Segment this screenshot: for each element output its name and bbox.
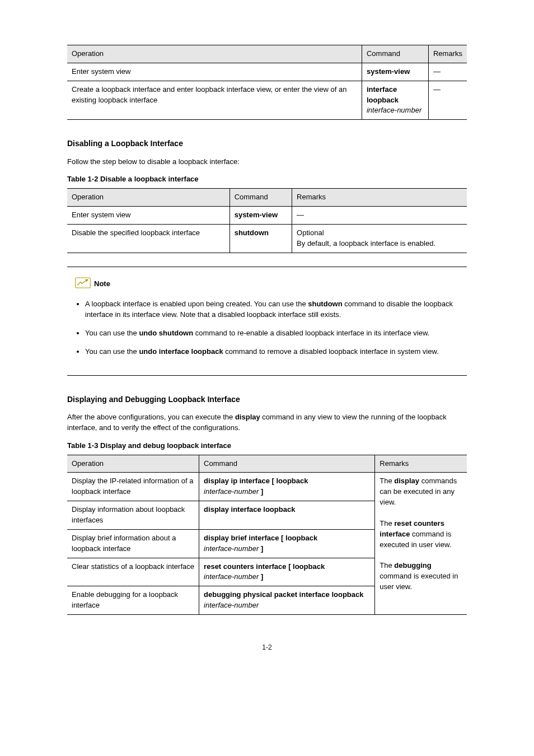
note-list: A loopback interface is enabled upon bei… xyxy=(75,299,467,357)
note-callout: Note A loopback interface is enabled upo… xyxy=(67,267,467,376)
col-remarks: Remarks xyxy=(292,189,467,207)
op-cell: Enable debugging for a loopback interfac… xyxy=(67,586,199,615)
table-row: Enter system view system-view — xyxy=(67,63,467,81)
table-caption: Table 1-2 Disable a loopback interface xyxy=(67,174,467,185)
col-operation: Operation xyxy=(67,45,362,63)
cmd-cell: reset counters interface [ loopback inte… xyxy=(199,558,375,586)
table-row: Display the IP-related information of a … xyxy=(67,473,467,501)
page-number: 1-2 xyxy=(67,643,467,652)
op-cell: Display brief information about a loopba… xyxy=(67,529,199,558)
cmd-cell: system-view xyxy=(362,63,428,81)
table-display-loopback: Operation Command Remarks Display the IP… xyxy=(67,455,467,615)
op-cell: Create a loopback interface and enter lo… xyxy=(67,81,362,120)
list-item: You can use the undo shutdown command to… xyxy=(85,328,467,339)
col-remarks: Remarks xyxy=(375,455,467,473)
col-operation: Operation xyxy=(67,189,229,207)
col-operation: Operation xyxy=(67,455,199,473)
cmd-cell: interface loopback interface-number xyxy=(362,81,428,120)
cmd-cell: display interface loopback xyxy=(199,501,375,530)
section-intro: Follow the step below to disable a loopb… xyxy=(67,157,467,167)
table-row: Disable the specified loopback interface… xyxy=(67,224,467,253)
section-title-disable: Disabling a Loopback Interface xyxy=(67,138,467,149)
rem-cell: The display commands can be executed in … xyxy=(375,473,467,614)
cmd-cell: display brief interface [ loopback inter… xyxy=(199,529,375,558)
cmd-cell: display ip interface [ loopback interfac… xyxy=(199,473,375,501)
rem-cell: — xyxy=(428,63,467,81)
note-pencil-icon xyxy=(75,277,91,292)
table-row: Enter system view system-view — xyxy=(67,207,467,225)
list-item: You can use the undo interface loopback … xyxy=(85,347,467,357)
op-cell: Enter system view xyxy=(67,63,362,81)
col-command: Command xyxy=(229,189,292,207)
col-command: Command xyxy=(362,45,428,63)
op-cell: Enter system view xyxy=(67,207,229,225)
op-cell: Display information about loopback inter… xyxy=(67,501,199,530)
op-cell: Display the IP-related information of a … xyxy=(67,473,199,501)
op-cell: Disable the specified loopback interface xyxy=(67,224,229,253)
rem-cell: — xyxy=(428,81,467,120)
cmd-cell: shutdown xyxy=(229,224,292,253)
rem-cell: OptionalBy default, a loopback interface… xyxy=(292,224,467,253)
table-disable-loopback: Operation Command Remarks Enter system v… xyxy=(67,188,467,253)
col-remarks: Remarks xyxy=(428,45,467,63)
cmd-cell: debugging physical packet interface loop… xyxy=(199,586,375,615)
cmd-cell: system-view xyxy=(229,207,292,225)
table-create-loopback: Operation Command Remarks Enter system v… xyxy=(67,45,467,120)
section-title-display: Displaying and Debugging Loopback Interf… xyxy=(67,394,467,405)
table-row: Create a loopback interface and enter lo… xyxy=(67,81,467,120)
list-item: A loopback interface is enabled upon bei… xyxy=(85,299,467,320)
col-command: Command xyxy=(199,455,375,473)
note-label: Note xyxy=(94,279,110,290)
section-intro: After the above configurations, you can … xyxy=(67,412,467,433)
op-cell: Clear statistics of a loopback interface xyxy=(67,558,199,586)
rem-cell: — xyxy=(292,207,467,225)
table-caption: Table 1-3 Display and debug loopback int… xyxy=(67,441,467,451)
